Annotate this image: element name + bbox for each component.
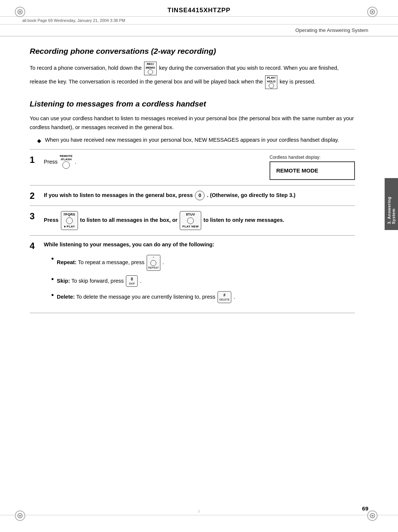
- repeat-label: Repeat:: [57, 259, 76, 265]
- step-1-row: 1 Press REMOTE/FLASH . Cordless handset …: [30, 150, 355, 185]
- step-2-text: If you wish to listen to messages in the…: [44, 192, 296, 198]
- section-title: Operating the Answering System: [295, 27, 368, 33]
- section-title-bar: Operating the Answering System: [0, 24, 398, 36]
- play-hold-key: PLAY/ HOLD: [265, 75, 277, 89]
- document-header: TINSE4415XHTZPP: [0, 0, 398, 16]
- sub-bullet-repeat-text: Repeat: To repeat a message, press * REP…: [57, 255, 164, 271]
- corner-decoration-br: [367, 510, 378, 521]
- bullet-item-new-messages: ◆ When you have received new messages in…: [37, 136, 355, 145]
- sub-bullet-repeat: • Repeat: To repeat a message, press * R…: [51, 255, 235, 271]
- bullet-dot-skip: •: [51, 275, 54, 283]
- rec-memo-key: REC/ MEMO: [144, 62, 157, 75]
- bullet-text: When you have received new messages in y…: [45, 136, 339, 144]
- listening-intro: You can use your cordless handset to lis…: [30, 114, 355, 131]
- step-1-aside: Cordless handset display: REMOTE MODE: [270, 155, 355, 180]
- step-3-number: 3: [30, 211, 44, 221]
- zero-circle-key: 0: [195, 191, 205, 200]
- steps-container: 1 Press REMOTE/FLASH . Cordless handset …: [30, 149, 355, 313]
- recording-body1: To record a phone conversation, hold dow…: [30, 65, 141, 71]
- step-2-number: 2: [30, 191, 44, 200]
- listening-section-heading: Listening to messages from a cordless ha…: [30, 99, 355, 108]
- bottom-divider: [0, 515, 398, 515]
- display-label: Cordless handset display:: [270, 155, 355, 160]
- remote-flash-key: REMOTE/FLASH: [60, 155, 72, 170]
- file-info-text: all.book Page 69 Wednesday, January 21, …: [22, 18, 125, 23]
- step-1-body: Press REMOTE/FLASH .: [44, 155, 270, 170]
- main-content: Recording phone conversations (2-way rec…: [0, 47, 385, 313]
- step-3-body: Press 7PQRS ►PLAY to listen to all messa…: [44, 211, 355, 230]
- recording-body3: key is pressed.: [280, 79, 316, 85]
- display-box: REMOTE MODE: [270, 161, 355, 180]
- display-text: REMOTE MODE: [276, 167, 318, 174]
- side-tab: 3. Answering System: [385, 178, 398, 230]
- sub-bullet-skip-text: Skip: To skip forward, press 0 SKIP .: [57, 275, 141, 287]
- recording-section-heading: Recording phone conversations (2-way rec…: [30, 47, 355, 56]
- step-4-header: 4 While listening to your messages, you …: [30, 241, 214, 250]
- bullet-dot-repeat: •: [51, 255, 54, 262]
- step-1-press-text: Press: [44, 158, 58, 164]
- bullet-dot-delete: •: [51, 291, 54, 299]
- step-3-content: Press 7PQRS ►PLAY to listen to all messa…: [44, 217, 284, 223]
- corner-decoration-bl: [15, 510, 25, 521]
- step-3-row: 3 Press 7PQRS ►PLAY to listen to all mes…: [30, 206, 355, 236]
- bullet-diamond-icon: ◆: [37, 137, 41, 145]
- eight-playnew-key: 8TUV PLAY NEW: [180, 211, 201, 230]
- corner-decoration-tl: [15, 7, 25, 17]
- corner-decoration-tr: [367, 7, 378, 17]
- skip-label: Skip:: [57, 278, 70, 283]
- recording-body-text: To record a phone conversation, hold dow…: [30, 62, 355, 89]
- file-info-bar: all.book Page 69 Wednesday, January 21, …: [0, 16, 398, 24]
- page-number: 69: [362, 505, 368, 512]
- delete-label: Delete:: [57, 294, 75, 300]
- step-4-row: 4 While listening to your messages, you …: [30, 236, 355, 313]
- step-4-number: 4: [30, 241, 44, 250]
- step-4-intro: While listening to your messages, you ca…: [44, 241, 214, 249]
- document-title: TINSE4415XHTZPP: [167, 7, 231, 14]
- seven-play-key: 7PQRS ►PLAY: [61, 211, 78, 230]
- hash-delete-key: # DELETE: [218, 291, 231, 303]
- star-repeat-key: * REPEAT: [147, 255, 160, 271]
- step-4-bullets: • Repeat: To repeat a message, press * R…: [44, 250, 235, 308]
- step-2-row: 2 If you wish to listen to messages in t…: [30, 185, 355, 206]
- sub-bullet-skip: • Skip: To skip forward, press 0 SKIP .: [51, 275, 235, 287]
- side-tab-text: 3. Answering System: [387, 184, 396, 224]
- sub-bullet-delete: • Delete: To delete the message you are …: [51, 291, 235, 303]
- bottom-center-mark: [199, 510, 199, 513]
- step-2-body: If you wish to listen to messages in the…: [44, 191, 355, 200]
- zero-skip-key: 0 SKIP: [126, 275, 138, 287]
- sub-bullet-delete-text: Delete: To delete the message you are cu…: [57, 291, 235, 303]
- step-1-number: 1: [30, 155, 44, 164]
